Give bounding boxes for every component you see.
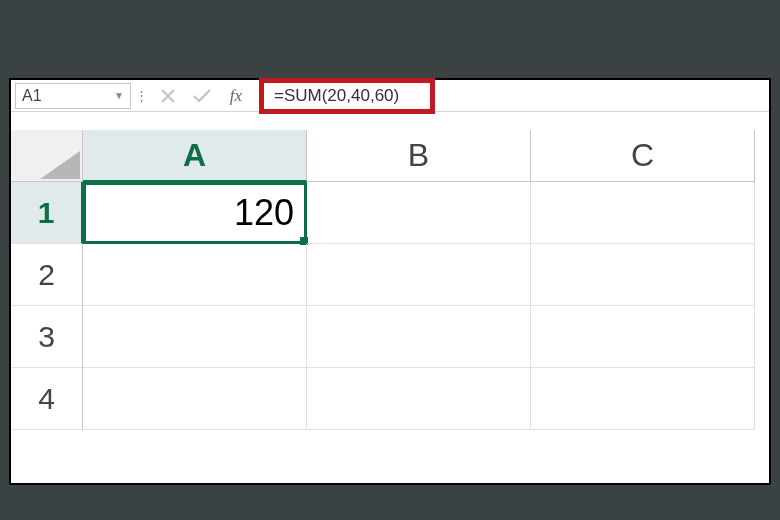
cell-B3[interactable] bbox=[307, 306, 531, 368]
cell-A3[interactable] bbox=[83, 306, 307, 368]
row bbox=[83, 368, 769, 430]
row: 120 bbox=[83, 182, 769, 244]
row-header-4[interactable]: 4 bbox=[11, 368, 83, 430]
cell-A2[interactable] bbox=[83, 244, 307, 306]
cell-B1[interactable] bbox=[307, 182, 531, 244]
col-header-B[interactable]: B bbox=[307, 130, 531, 182]
cell-B2[interactable] bbox=[307, 244, 531, 306]
select-all-corner[interactable] bbox=[11, 130, 83, 182]
cells-container: ABC 120 bbox=[83, 130, 769, 483]
cell-C4[interactable] bbox=[531, 368, 755, 430]
row-header-3[interactable]: 3 bbox=[11, 306, 83, 368]
row-header-2[interactable]: 2 bbox=[11, 244, 83, 306]
separator-dots: ⋮ bbox=[131, 88, 151, 103]
spreadsheet-window: A1 ▼ ⋮ fx =SUM(20,40,60) 1234 ABC 120 bbox=[9, 78, 771, 485]
cancel-icon[interactable] bbox=[151, 88, 185, 104]
cell-C2[interactable] bbox=[531, 244, 755, 306]
col-headers: ABC bbox=[83, 130, 769, 182]
formula-highlight: =SUM(20,40,60) bbox=[259, 78, 435, 114]
cell-B4[interactable] bbox=[307, 368, 531, 430]
chevron-down-icon[interactable]: ▼ bbox=[114, 90, 124, 101]
name-box-value: A1 bbox=[22, 87, 42, 105]
col-header-A[interactable]: A bbox=[83, 130, 307, 182]
enter-icon[interactable] bbox=[185, 88, 219, 104]
row-header-1[interactable]: 1 bbox=[11, 182, 83, 244]
formula-input[interactable]: =SUM(20,40,60) bbox=[274, 86, 399, 106]
fx-icon[interactable]: fx bbox=[219, 86, 253, 106]
formula-bar: A1 ▼ ⋮ fx =SUM(20,40,60) bbox=[11, 80, 769, 112]
name-box[interactable]: A1 ▼ bbox=[15, 83, 131, 109]
cell-A4[interactable] bbox=[83, 368, 307, 430]
cell-C3[interactable] bbox=[531, 306, 755, 368]
cell-A1[interactable]: 120 bbox=[83, 182, 307, 244]
grid-area: 1234 ABC 120 bbox=[11, 130, 769, 483]
row bbox=[83, 244, 769, 306]
cell-C1[interactable] bbox=[531, 182, 755, 244]
row bbox=[83, 306, 769, 368]
row-headers: 1234 bbox=[11, 130, 83, 483]
col-header-C[interactable]: C bbox=[531, 130, 755, 182]
